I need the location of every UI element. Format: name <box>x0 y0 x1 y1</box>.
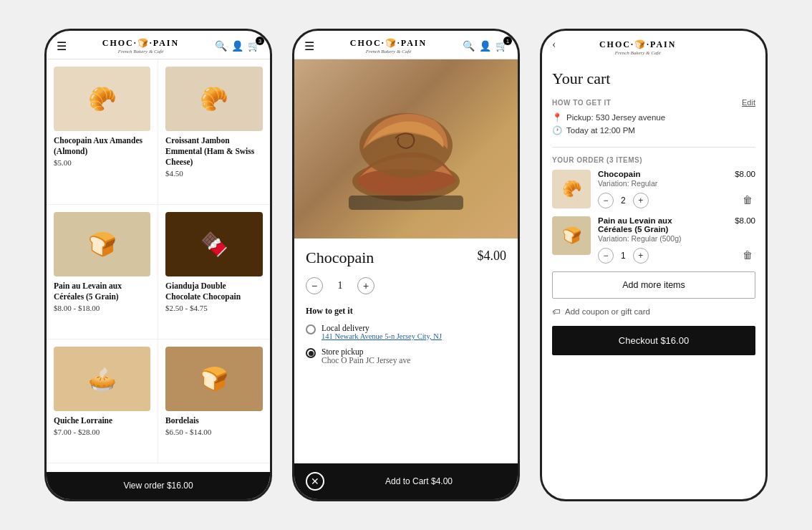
cart-item-qty-increase-2[interactable]: + <box>633 248 649 264</box>
cart-icon[interactable]: 🛒3 <box>248 40 260 52</box>
product-price-6: $6.50 - $14.00 <box>165 428 263 436</box>
location-icon: 📍 <box>552 112 562 122</box>
user-icon[interactable]: 👤 <box>231 40 243 52</box>
phone2-cart-icon[interactable]: 🛒1 <box>496 40 508 52</box>
product-hero-image <box>294 59 518 238</box>
phone3-header: ‹ CHOC·🍞·PAIN French Bakery & Café <box>542 31 765 61</box>
product-info: Chocopain $4.00 − 1 + How to get it Loca… <box>294 238 518 382</box>
delivery-radio-inner-2 <box>309 351 314 356</box>
cart-item-price-2: $8.00 <box>735 216 755 225</box>
phone1-logo: CHOC·🍞·PAIN French Bakery & Café <box>67 38 215 54</box>
delivery-addr-2: Choc O Pain JC Jersey ave <box>322 356 410 365</box>
product-cell-2[interactable]: 🥐 Croissant Jambon Emmental (Ham & Swiss… <box>158 59 270 205</box>
checkout-button[interactable]: Checkout $16.00 <box>552 326 755 355</box>
product-name-2: Croissant Jambon Emmental (Ham & Swiss C… <box>165 135 263 168</box>
how-to-get-section-label: HOW TO GET IT <box>552 99 611 107</box>
product-price-4: $2.50 - $4.75 <box>165 304 263 312</box>
brand-sub: French Bakery & Café <box>67 49 215 54</box>
cart-item-qty-decrease-2[interactable]: − <box>598 248 614 264</box>
cart-item-name-price-row-2: Pain au Levain aux Céréales (5 Grain) $8… <box>598 216 755 233</box>
cart-item-details-2: Pain au Levain aux Céréales (5 Grain) $8… <box>598 216 755 264</box>
cart-item-qty-row-1: − 2 + 🗑 <box>598 192 755 209</box>
cart-item-qty-1: 2 <box>621 196 626 206</box>
svg-rect-2 <box>349 196 463 210</box>
phone2-logo: CHOC·🍞·PAIN French Bakery & Café <box>314 38 463 54</box>
coupon-row[interactable]: 🏷 Add coupon or gift card <box>552 307 755 316</box>
brand-name: CHOC·🍞·PAIN <box>67 38 215 49</box>
cart-item-delete-2[interactable]: 🗑 <box>740 247 755 264</box>
search-icon[interactable]: 🔍 <box>215 40 227 52</box>
product-name-5: Quiche Lorraine <box>54 415 150 426</box>
cart-item-qty-2: 1 <box>621 251 626 261</box>
your-order-header: YOUR ORDER (3 ITEMS) <box>552 156 755 164</box>
product-cell-4[interactable]: 🍫 Gianduja Double Chocolate Chocopain $2… <box>158 205 270 339</box>
product-title-row: Chocopain $4.00 <box>306 249 506 267</box>
cart-item-qty-increase-1[interactable]: + <box>633 193 649 208</box>
phone2-cart-badge: 1 <box>503 37 512 45</box>
product-img-6: 🍞 <box>165 347 263 411</box>
product-name-4: Gianduja Double Chocolate Chocopain <box>165 281 263 302</box>
divider-1 <box>552 147 755 148</box>
phone2-search-icon[interactable]: 🔍 <box>463 40 475 52</box>
product-grid: 🥐 Chocopain Aux Amandes (Almond) $5.00 🥐… <box>47 59 270 499</box>
product-price-2: $4.50 <box>165 169 263 178</box>
phone2-header: ☰ CHOC·🍞·PAIN French Bakery & Café 🔍 👤 🛒… <box>294 31 518 59</box>
cart-item-name-price-row-1: Chocopain $8.00 <box>598 170 755 178</box>
product-name-1: Chocopain Aux Amandes (Almond) <box>54 135 150 157</box>
view-order-button[interactable]: View order $16.00 <box>47 472 270 499</box>
pickup-time-row: 🕐 Today at 12:00 PM <box>552 125 755 135</box>
product-img-2: 🥐 <box>165 67 263 131</box>
quantity-decrease-button[interactable]: − <box>306 277 323 294</box>
phone-product-detail: ☰ CHOC·🍞·PAIN French Bakery & Café 🔍 👤 🛒… <box>292 29 520 501</box>
cart-item-details-1: Chocopain $8.00 Variation: Regular − 2 +… <box>598 170 755 209</box>
cart-item-qty-decrease-1[interactable]: − <box>598 193 614 208</box>
cart-item-delete-1[interactable]: 🗑 <box>740 192 755 209</box>
cart-item-2: 🍞 Pain au Levain aux Céréales (5 Grain) … <box>552 216 755 264</box>
product-price-5: $7.00 - $28.00 <box>54 428 150 436</box>
delivery-label-1: Local delivery <box>322 324 442 332</box>
delivery-option-2[interactable]: Store pickup Choc O Pain JC Jersey ave <box>306 347 506 365</box>
edit-link[interactable]: Edit <box>742 98 755 107</box>
cart-item-img-2: 🍞 <box>552 216 591 255</box>
product-price-1: $5.00 <box>54 158 150 167</box>
product-cell-6[interactable]: 🍞 Bordelais $6.50 - $14.00 <box>158 339 270 463</box>
quantity-increase-button[interactable]: + <box>357 277 374 294</box>
cart-item-variation-1: Variation: Regular <box>598 179 755 188</box>
delivery-radio-1[interactable] <box>306 324 316 334</box>
how-to-get-section-header: HOW TO GET IT Edit <box>552 98 755 107</box>
product-cell-1[interactable]: 🥐 Chocopain Aux Amandes (Almond) $5.00 <box>47 59 158 205</box>
close-button[interactable]: ✕ <box>306 472 324 491</box>
product-img-5: 🥧 <box>54 347 150 411</box>
cart-item-variation-2: Variation: Regular (500g) <box>598 234 755 243</box>
product-cell-5[interactable]: 🥧 Quiche Lorraine $7.00 - $28.00 <box>47 339 158 463</box>
phone2-brand-sub: French Bakery & Café <box>314 49 463 54</box>
product-img-3: 🍞 <box>54 212 150 276</box>
add-to-cart-bar: ✕ Add to Cart $4.00 <box>294 463 518 499</box>
delivery-label-2: Store pickup <box>322 347 410 356</box>
croissant-illustration <box>334 77 478 221</box>
phone3-brand-name: CHOC·🍞·PAIN <box>556 39 720 50</box>
hamburger-icon[interactable]: ☰ <box>57 39 67 53</box>
time-icon: 🕐 <box>552 125 562 135</box>
product-img-4: 🍫 <box>165 212 263 276</box>
coupon-label: Add coupon or gift card <box>565 307 650 316</box>
cart-item-img-1: 🥐 <box>552 170 591 208</box>
phone2-hamburger-icon[interactable]: ☰ <box>304 39 314 53</box>
phone1-header-icons: 🔍 👤 🛒3 <box>215 40 260 52</box>
pickup-time: Today at 12:00 PM <box>566 126 635 135</box>
coupon-icon: 🏷 <box>552 307 561 316</box>
delivery-option-1[interactable]: Local delivery 141 Newark Avenue 5-n Jer… <box>306 324 506 340</box>
quantity-value: 1 <box>334 280 346 292</box>
phone2-header-icons: 🔍 👤 🛒1 <box>463 40 508 52</box>
delivery-addr-1[interactable]: 141 Newark Avenue 5-n Jersey City, NJ <box>322 332 442 340</box>
pickup-location-row: 📍 Pickup: 530 Jersey avenue <box>552 112 755 122</box>
add-to-cart-button[interactable]: Add to Cart $4.00 <box>332 476 506 486</box>
pickup-location: Pickup: 530 Jersey avenue <box>566 113 665 122</box>
product-img-1: 🥐 <box>54 67 150 131</box>
delivery-radio-2[interactable] <box>306 348 316 358</box>
product-cell-3[interactable]: 🍞 Pain au Levain aux Céréales (5 Grain) … <box>47 205 158 339</box>
cart-item-name-1: Chocopain <box>598 170 640 178</box>
phone2-user-icon[interactable]: 👤 <box>479 40 491 52</box>
product-name-3: Pain au Levain aux Céréales (5 Grain) <box>54 281 150 302</box>
add-more-items-button[interactable]: Add more items <box>552 271 755 299</box>
